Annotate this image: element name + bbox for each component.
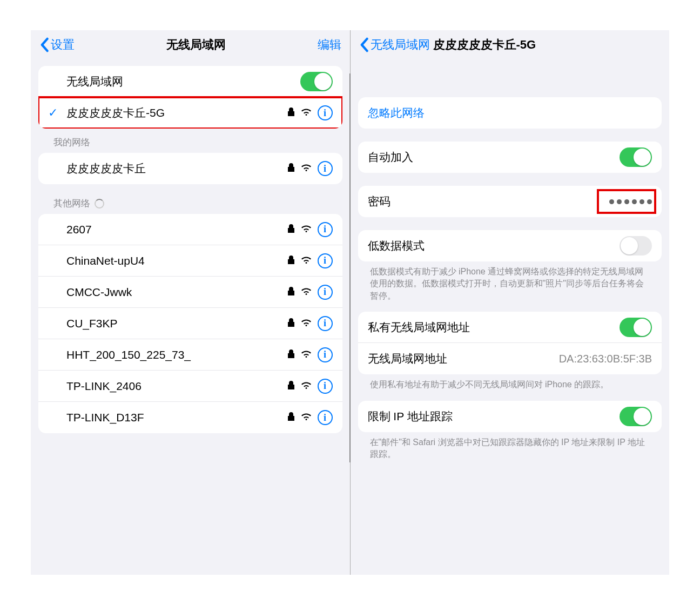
network-accessory: i <box>287 253 333 268</box>
info-button[interactable]: i <box>318 410 333 425</box>
private-footer: 使用私有地址有助于减少不同无线局域网间对 iPhone 的跟踪。 <box>358 379 662 400</box>
network-name: CU_F3KP <box>66 317 287 330</box>
info-button[interactable]: i <box>318 105 333 120</box>
network-accessory: i <box>287 347 333 362</box>
wifi-icon <box>300 255 312 267</box>
info-button[interactable]: i <box>318 316 333 331</box>
network-accessory: i <box>287 410 333 425</box>
other-networks-header: 其他网络 <box>38 197 342 214</box>
low-data-label: 低数据模式 <box>368 238 620 253</box>
info-button[interactable]: i <box>318 161 333 176</box>
network-accessory: i <box>287 161 333 176</box>
info-button[interactable]: i <box>318 253 333 268</box>
private-addr-label: 私有无线局域网地址 <box>368 320 620 335</box>
network-name: TP-LINK_D13F <box>66 411 287 424</box>
limit-ip-label: 限制 IP 地址跟踪 <box>368 409 620 424</box>
auto-join-label: 自动加入 <box>368 150 620 165</box>
network-name: ChinaNet-upU4 <box>66 254 287 267</box>
network-name: 2607 <box>66 223 287 236</box>
wifi-icon <box>300 349 312 361</box>
connected-network-name: 皮皮皮皮皮卡丘-5G <box>66 105 287 120</box>
network-row[interactable]: HHT_200_150_225_73_ i <box>38 339 342 371</box>
edit-button[interactable]: 编辑 <box>318 37 341 53</box>
private-addr-toggle[interactable] <box>620 318 652 337</box>
wifi-icon <box>300 412 312 424</box>
my-networks-header: 我的网络 <box>38 136 342 153</box>
wifi-toggle-label: 无线局域网 <box>66 74 300 89</box>
password-dots <box>609 199 652 204</box>
wifi-list-pane: 设置 无线局域网 编辑 无线局域网 ✓ 皮皮皮皮皮卡丘-5G i <box>31 30 351 575</box>
lock-icon <box>287 349 295 361</box>
network-row[interactable]: TP-LINK_2406 i <box>38 371 342 402</box>
wlan-addr-row: 无线局域网地址 DA:23:63:0B:5F:3B <box>358 343 662 374</box>
auto-join-group: 自动加入 <box>358 142 662 173</box>
low-data-row: 低数据模式 <box>358 230 662 261</box>
wifi-icon <box>300 380 312 392</box>
back-button-right[interactable]: 无线局域网 <box>359 37 430 53</box>
forget-group: 忽略此网络 <box>358 97 662 129</box>
spinner-icon <box>95 199 104 209</box>
auto-join-row: 自动加入 <box>358 142 662 173</box>
lock-icon <box>287 163 295 174</box>
lock-icon <box>287 255 295 267</box>
limit-ip-footer: 在"邮件"和 Safari 浏览器中对已知跟踪器隐藏你的 IP 地址来限制 IP… <box>358 436 662 470</box>
network-name: TP-LINK_2406 <box>66 380 287 393</box>
wifi-icon <box>300 163 312 174</box>
private-addr-row: 私有无线局域网地址 <box>358 312 662 343</box>
other-networks-group: 2607 i ChinaNet-upU4 i CMCC-Jwwk i CU_F3… <box>38 214 342 433</box>
lock-icon <box>287 107 295 119</box>
network-accessory: i <box>287 105 333 120</box>
network-name: CMCC-Jwwk <box>66 286 287 299</box>
wifi-icon <box>300 224 312 236</box>
auto-join-toggle[interactable] <box>620 147 652 167</box>
password-row[interactable]: 密码 <box>358 186 662 217</box>
wifi-detail-pane: 无线局域网 皮皮皮皮皮卡丘-5G 忽略此网络 自动加入 密码 <box>351 30 670 575</box>
limit-ip-group: 限制 IP 地址跟踪 <box>358 401 662 432</box>
lock-icon <box>287 286 295 298</box>
connected-network-row[interactable]: ✓ 皮皮皮皮皮卡丘-5G i <box>38 97 342 129</box>
limit-ip-row: 限制 IP 地址跟踪 <box>358 401 662 432</box>
my-networks-group: 皮皮皮皮皮卡丘 i <box>38 153 342 184</box>
lock-icon <box>287 380 295 392</box>
navbar-right: 无线局域网 皮皮皮皮皮卡丘-5G <box>351 30 670 59</box>
low-data-group: 低数据模式 <box>358 230 662 261</box>
private-addr-group: 私有无线局域网地址 无线局域网地址 DA:23:63:0B:5F:3B <box>358 312 662 374</box>
forget-label: 忽略此网络 <box>368 105 652 120</box>
info-button[interactable]: i <box>318 222 333 237</box>
low-data-toggle[interactable] <box>620 236 652 256</box>
chevron-left-icon <box>359 37 369 52</box>
network-accessory: i <box>287 222 333 237</box>
low-data-footer: 低数据模式有助于减少 iPhone 通过蜂窝网络或你选择的特定无线局域网使用的数… <box>358 266 662 312</box>
network-row[interactable]: 2607 i <box>38 214 342 245</box>
info-button[interactable]: i <box>318 379 333 394</box>
wifi-toggle-row: 无线局域网 <box>38 66 342 97</box>
checkmark-icon: ✓ <box>48 106 60 120</box>
network-row[interactable]: CU_F3KP i <box>38 308 342 339</box>
nav-title-right: 皮皮皮皮皮卡丘-5G <box>433 37 536 53</box>
info-button[interactable]: i <box>318 285 333 300</box>
network-row[interactable]: CMCC-Jwwk i <box>38 277 342 308</box>
limit-ip-toggle[interactable] <box>620 407 652 426</box>
wifi-toggle-group: 无线局域网 ✓ 皮皮皮皮皮卡丘-5G i <box>38 66 342 129</box>
password-group: 密码 <box>358 186 662 217</box>
password-label: 密码 <box>368 194 610 209</box>
navbar-left: 设置 无线局域网 编辑 <box>31 30 350 59</box>
forget-network-row[interactable]: 忽略此网络 <box>358 97 662 129</box>
back-button[interactable]: 设置 <box>39 37 75 53</box>
back-label: 设置 <box>51 37 75 53</box>
wifi-toggle[interactable] <box>300 72 333 91</box>
lock-icon <box>287 318 295 330</box>
wlan-addr-label: 无线局域网地址 <box>368 351 559 366</box>
info-button[interactable]: i <box>318 347 333 362</box>
network-name: 皮皮皮皮皮卡丘 <box>66 161 287 176</box>
network-name: HHT_200_150_225_73_ <box>66 348 287 361</box>
network-accessory: i <box>287 285 333 300</box>
back-label-right: 无线局域网 <box>371 37 430 53</box>
network-accessory: i <box>287 379 333 394</box>
wifi-icon <box>300 286 312 298</box>
network-row[interactable]: ChinaNet-upU4 i <box>38 245 342 277</box>
network-accessory: i <box>287 316 333 331</box>
network-row[interactable]: 皮皮皮皮皮卡丘 i <box>38 153 342 184</box>
nav-title: 无线局域网 <box>75 37 318 53</box>
network-row[interactable]: TP-LINK_D13F i <box>38 402 342 433</box>
